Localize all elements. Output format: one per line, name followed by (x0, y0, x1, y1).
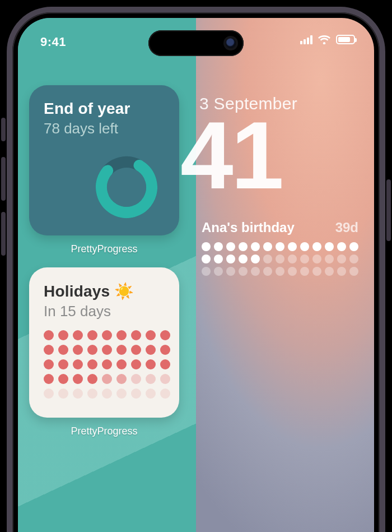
wifi-icon (318, 35, 330, 44)
status-icons (300, 35, 355, 44)
lock-clock: 41 (180, 108, 282, 203)
volume-up-button[interactable] (1, 157, 6, 201)
progress-ring-icon (93, 154, 160, 221)
volume-down-button[interactable] (1, 212, 6, 256)
lock-countdown-title: Ana's birthday (202, 220, 295, 235)
countdown-dot-grid (44, 330, 165, 399)
mute-switch[interactable] (1, 118, 6, 141)
lock-screen-content: 3 September 41 Ana's birthday 39d (196, 18, 374, 532)
lock-countdown-dots (202, 242, 358, 276)
power-button[interactable] (386, 179, 391, 241)
phone-screen: 9:41 End of year 78 days left (18, 18, 374, 532)
lock-countdown-remaining: 39d (335, 220, 358, 235)
widget-app-label: PrettyProgress (29, 243, 179, 255)
widget-subtitle: 78 days left (44, 120, 165, 137)
widget-holidays[interactable]: Holidays ☀️ In 15 days (29, 267, 179, 418)
dynamic-island[interactable] (148, 30, 244, 56)
home-screen-half: 9:41 End of year 78 days left (18, 18, 196, 532)
home-widgets: End of year 78 days left PrettyProgress (18, 85, 196, 450)
widget-subtitle: In 15 days (44, 303, 165, 320)
widget-title: End of year (44, 100, 165, 118)
widget-end-of-year[interactable]: End of year 78 days left (29, 85, 179, 235)
status-time: 9:41 (40, 35, 66, 49)
phone-frame: 9:41 End of year 78 days left (7, 7, 385, 532)
front-camera-icon (226, 38, 236, 48)
battery-icon (336, 35, 355, 44)
phone-inner: 9:41 End of year 78 days left (15, 15, 377, 532)
cellular-signal-icon (300, 35, 312, 44)
stage: 9:41 End of year 78 days left (0, 0, 392, 532)
widget-app-label: PrettyProgress (29, 425, 179, 437)
lock-screen-half: 3 September 41 Ana's birthday 39d (196, 18, 374, 532)
lock-countdown-widget[interactable]: Ana's birthday 39d (202, 220, 358, 276)
widget-title: Holidays ☀️ (44, 282, 165, 300)
